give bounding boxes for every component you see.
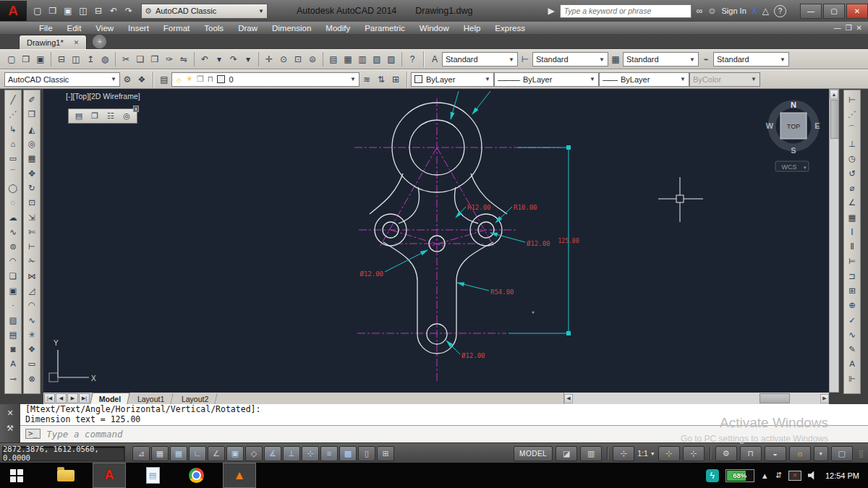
standard-toolbar-button[interactable]: ▧ — [370, 52, 384, 67]
tab-layout1[interactable]: Layout1 — [129, 393, 174, 404]
workspace-save-icon[interactable]: ❖ — [135, 72, 149, 87]
status-menu-caret-icon[interactable]: ▼ — [814, 446, 828, 461]
color-select[interactable]: ByLayer▼ — [411, 72, 494, 87]
text-style-select[interactable]: Standard▼ — [442, 52, 518, 67]
mini-toolbar-close-icon[interactable]: x — [133, 106, 139, 112]
close-button[interactable]: ✕ — [846, 4, 868, 19]
modify-tool-button[interactable]: ⊡ — [25, 195, 39, 210]
draw-tool-button[interactable]: ◌ — [6, 195, 20, 210]
menu-item[interactable]: Edit — [60, 24, 89, 33]
modify-tool-button[interactable]: ∿ — [25, 312, 39, 327]
quick-access-button[interactable]: ⊟ — [92, 4, 105, 17]
standard-toolbar-button[interactable]: ↶ — [194, 52, 212, 67]
status-toggle[interactable]: ∡ — [264, 446, 281, 461]
mleader-style-select[interactable]: Standard▼ — [713, 52, 789, 67]
taskbar-vlc[interactable]: ▲ — [223, 463, 256, 488]
standard-toolbar-button[interactable]: ▣ — [33, 52, 48, 67]
standard-toolbar-button[interactable]: ⊜ — [305, 52, 320, 67]
command-input[interactable]: >_ Type a command — [20, 425, 868, 442]
workspace-switch-gear-icon[interactable]: ⚙ — [715, 446, 737, 461]
dimension-tool-button[interactable]: ⊐ — [845, 269, 859, 283]
standard-toolbar-button[interactable]: ▨ — [384, 52, 399, 67]
quick-access-button[interactable]: ↶ — [107, 4, 120, 17]
status-toggle[interactable]: ▣ — [226, 446, 244, 461]
standard-toolbar-button[interactable]: ▾ — [212, 52, 226, 67]
quick-access-button[interactable]: ▢ — [31, 4, 44, 17]
taskbar-chrome[interactable] — [179, 463, 213, 488]
command-close-icon[interactable]: ✕ — [7, 408, 13, 418]
mini-toolbar-button[interactable]: ◎ — [121, 111, 132, 122]
modify-tool-button[interactable]: ❖ — [25, 342, 39, 356]
scroll-left-arrow[interactable]: ◀ — [564, 394, 573, 403]
modify-tool-button[interactable]: ⊗ — [25, 372, 39, 386]
status-toggle[interactable]: ▦ — [151, 446, 169, 461]
layer-vp-icon[interactable]: ❐ — [197, 74, 204, 84]
drawing-canvas[interactable]: R12.00 R10.00 Ø12.00 Ø12.00 R54.00 Ø12.0… — [43, 89, 829, 393]
help-icon[interactable]: ? — [774, 5, 786, 17]
layer-freeze-icon[interactable]: ☀ — [186, 74, 193, 84]
dimension-tool-button[interactable]: ∠ — [845, 195, 859, 210]
tab-last-button[interactable]: ▶| — [79, 393, 90, 403]
dimension-tool-button[interactable]: ⊢ — [845, 93, 859, 107]
draw-tool-button[interactable]: ☁ — [6, 210, 20, 224]
standard-toolbar-button[interactable]: ⊙ — [276, 52, 291, 67]
status-toggle[interactable]: ∠ — [208, 446, 225, 461]
draw-tool-button[interactable]: ▣ — [6, 283, 20, 298]
dimension-tool-button[interactable]: ⊨ — [845, 254, 859, 268]
viewport-controls[interactable]: [-][Top][2D Wireframe] — [66, 92, 140, 100]
layer-properties-icon[interactable]: ▤ — [157, 72, 171, 87]
draw-tool-button[interactable]: ⋰ — [6, 107, 20, 121]
standard-toolbar-button[interactable]: ❐ — [148, 52, 162, 67]
tab-close-icon[interactable]: ✕ — [74, 39, 80, 46]
table-style-select[interactable]: Standard▼ — [623, 52, 699, 67]
vertical-scrollbar[interactable]: ▲ ▼ — [829, 89, 839, 393]
status-toggle[interactable]: ⊿ — [132, 446, 150, 461]
exchange-apps-icon[interactable]: X — [752, 6, 757, 16]
mini-toolbar-button[interactable]: ☷ — [105, 111, 116, 122]
annotation-scale-value[interactable]: 1:1▼ — [637, 449, 655, 458]
modify-tool-button[interactable]: ✳ — [25, 328, 39, 342]
standard-toolbar-button[interactable]: ▢ — [4, 52, 19, 67]
command-tools-icon[interactable]: ⚒ — [7, 424, 14, 433]
power-app-tray-icon[interactable]: ϟ — [706, 469, 719, 482]
status-toggle[interactable]: ⟂ — [283, 446, 300, 461]
autoscale-icon[interactable]: ⊹ — [683, 446, 705, 461]
new-tab-button[interactable]: + — [93, 35, 106, 48]
viewcube[interactable]: N W E S TOP WCS ▾ — [766, 100, 820, 171]
menu-item[interactable]: Insert — [121, 24, 156, 33]
scroll-up-arrow[interactable]: ▲ — [830, 90, 838, 99]
modify-tool-button[interactable]: ◎ — [25, 137, 39, 151]
menu-item[interactable]: Tools — [197, 24, 231, 33]
search-expand-icon[interactable]: ▶ — [548, 6, 554, 16]
modify-tool-button[interactable]: ✐ — [25, 93, 39, 107]
modify-tool-button[interactable]: ▭ — [25, 356, 39, 371]
dimension-tool-button[interactable]: Ⅰ — [845, 225, 859, 239]
taskbar-autocad[interactable]: A — [93, 463, 126, 488]
dimension-tool-button[interactable]: ▦ — [845, 210, 859, 224]
tray-expand-icon[interactable]: ▲ — [761, 471, 769, 480]
menu-item[interactable]: Modify — [318, 24, 357, 33]
standard-toolbar-button[interactable]: ↥ — [83, 52, 98, 67]
model-space-button[interactable]: MODEL — [514, 446, 553, 461]
horizontal-scrollbar[interactable]: ◀ ▶ — [563, 393, 829, 404]
standard-toolbar-button[interactable]: ▾ — [241, 52, 255, 67]
draw-tool-button[interactable]: ▭ — [6, 151, 20, 166]
draw-tool-button[interactable]: ❏ — [6, 269, 20, 283]
modify-tool-button[interactable]: ◿ — [25, 283, 39, 298]
dimension-tool-button[interactable]: ⌒ — [845, 122, 859, 137]
document-tab[interactable]: Drawing1* ✕ — [19, 35, 87, 49]
menu-item[interactable]: Express — [488, 24, 532, 33]
layer-isolate-icon[interactable]: ⊞ — [388, 72, 403, 87]
taskbar-file-explorer[interactable] — [49, 463, 82, 488]
tab-layout2[interactable]: Layout2 — [173, 393, 218, 404]
wcs-menu[interactable]: WCS — [782, 163, 797, 171]
menu-item[interactable]: Draw — [231, 24, 265, 33]
doc-close-icon[interactable]: ✕ — [856, 24, 862, 32]
draw-tool-button[interactable]: ∿ — [6, 225, 20, 239]
taskbar-document-app[interactable]: ▤ — [136, 463, 169, 488]
scroll-right-arrow[interactable]: ▶ — [820, 394, 829, 403]
draw-tool-button[interactable]: ◯ — [6, 181, 20, 195]
layer-select[interactable]: ☼ ☀ ❐ ⊓ 0 ▼ — [171, 72, 359, 87]
menu-item[interactable]: Format — [156, 24, 197, 33]
modify-tool-button[interactable]: ✁ — [25, 254, 39, 268]
